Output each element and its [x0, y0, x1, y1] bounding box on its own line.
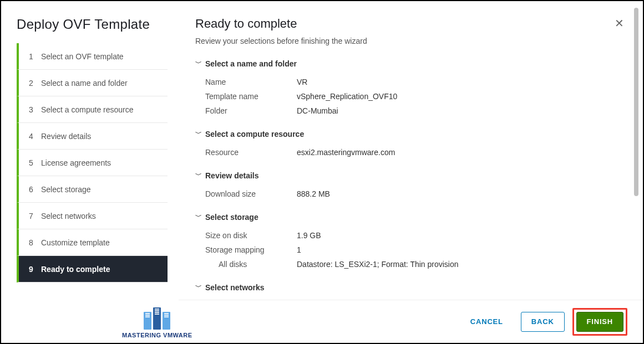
row-label: Folder — [205, 106, 297, 115]
row-label: Download size — [205, 189, 297, 198]
section-title: Select a compute resource — [205, 130, 304, 138]
row-label: Size on disk — [205, 231, 297, 240]
close-button[interactable]: ✕ — [615, 18, 624, 29]
step-networks[interactable]: 7 Select networks — [17, 203, 168, 229]
step-number: 8 — [29, 238, 41, 247]
section-title: Select networks — [205, 283, 265, 292]
row-value: 1 — [297, 245, 301, 254]
chevron-down-icon: ﹀ — [195, 212, 203, 222]
section-title: Select a name and folder — [205, 59, 297, 68]
row-value: 1.9 GB — [297, 231, 321, 240]
finish-highlight: FINISH — [572, 308, 627, 336]
step-storage[interactable]: 6 Select storage — [17, 176, 168, 203]
scrollbar-thumb[interactable] — [634, 8, 638, 196]
section-compute: ﹀ Select a compute resource Resource esx… — [195, 129, 610, 160]
section-title: Review details — [205, 171, 259, 180]
wizard-steps: 1 Select an OVF template 2 Select a name… — [1, 43, 179, 283]
step-number: 5 — [29, 158, 41, 167]
row-value: 888.2 MB — [297, 189, 330, 198]
step-name-folder[interactable]: 2 Select a name and folder — [17, 70, 168, 96]
row-value: Datastore: LS_ESXi2-1; Format: Thin prov… — [297, 260, 459, 269]
row-value: esxi2.masteringvmware.com — [297, 148, 395, 157]
step-label: Customize template — [41, 238, 110, 247]
finish-button[interactable]: FINISH — [576, 312, 623, 332]
scrollbar[interactable] — [634, 8, 638, 294]
row-name: Name VR — [195, 75, 610, 89]
section-header[interactable]: ﹀ Select networks — [195, 283, 610, 292]
row-folder: Folder DC-Mumbai — [195, 104, 610, 118]
step-ready-complete[interactable]: 9 Ready to complete — [17, 256, 168, 283]
chevron-down-icon: ﹀ — [195, 129, 203, 138]
wizard-content: ✕ Ready to complete Review your selectio… — [179, 1, 643, 343]
page-subtitle: Review your selections before finishing … — [195, 37, 610, 45]
chevron-down-icon: ﹀ — [195, 171, 203, 180]
back-button[interactable]: BACK — [521, 312, 565, 332]
wizard-modal: Deploy OVF Template 1 Select an OVF temp… — [0, 0, 644, 344]
step-number: 7 — [29, 212, 41, 220]
section-header[interactable]: ﹀ Select storage — [195, 212, 610, 222]
server-rack-icon — [144, 307, 170, 330]
step-label: License agreements — [41, 158, 111, 167]
step-number: 1 — [29, 52, 41, 61]
step-license[interactable]: 5 License agreements — [17, 150, 168, 176]
row-value: DC-Mumbai — [297, 106, 338, 115]
section-title: Select storage — [205, 213, 258, 222]
row-all-disks: All disks Datastore: LS_ESXi2-1; Format:… — [195, 257, 610, 271]
step-label: Ready to complete — [41, 265, 110, 274]
step-label: Review details — [41, 132, 91, 141]
page-title: Ready to complete — [195, 17, 610, 31]
section-header[interactable]: ﹀ Review details — [195, 171, 610, 180]
cancel-button[interactable]: CANCEL — [460, 312, 513, 332]
watermark-text: MASTERING VMWARE — [122, 332, 192, 338]
row-resource: Resource esxi2.masteringvmware.com — [195, 145, 610, 160]
row-label: All disks — [205, 260, 297, 269]
row-value: vSphere_Replication_OVF10 — [297, 92, 397, 101]
watermark: MASTERING VMWARE — [122, 307, 192, 338]
row-storage-mapping: Storage mapping 1 — [195, 243, 610, 257]
step-review-details[interactable]: 4 Review details — [17, 123, 168, 150]
step-label: Select a name and folder — [41, 79, 128, 88]
step-customize[interactable]: 8 Customize template — [17, 229, 168, 256]
row-label: Name — [205, 78, 297, 86]
wizard-title: Deploy OVF Template — [1, 17, 179, 43]
wizard-footer: CANCEL BACK FINISH — [179, 300, 643, 343]
step-number: 4 — [29, 132, 41, 141]
step-number: 3 — [29, 105, 41, 114]
step-label: Select a compute resource — [41, 105, 134, 114]
row-size-on-disk: Size on disk 1.9 GB — [195, 228, 610, 243]
chevron-down-icon: ﹀ — [195, 59, 203, 68]
step-number: 9 — [29, 265, 41, 274]
section-name-folder: ﹀ Select a name and folder Name VR Templ… — [195, 59, 610, 118]
section-header[interactable]: ﹀ Select a compute resource — [195, 129, 610, 138]
step-label: Select an OVF template — [41, 52, 124, 61]
row-label: Storage mapping — [205, 245, 297, 254]
step-label: Select storage — [41, 185, 91, 194]
row-label: Resource — [205, 148, 297, 157]
step-select-ovf[interactable]: 1 Select an OVF template — [17, 43, 168, 70]
chevron-down-icon: ﹀ — [195, 283, 203, 292]
section-networks: ﹀ Select networks — [195, 283, 610, 292]
row-download-size: Download size 888.2 MB — [195, 187, 610, 201]
wizard-sidebar: Deploy OVF Template 1 Select an OVF temp… — [1, 1, 179, 343]
section-review: ﹀ Review details Download size 888.2 MB — [195, 171, 610, 201]
step-compute-resource[interactable]: 3 Select a compute resource — [17, 96, 168, 123]
section-storage: ﹀ Select storage Size on disk 1.9 GB Sto… — [195, 212, 610, 271]
row-value: VR — [297, 78, 307, 86]
row-template: Template name vSphere_Replication_OVF10 — [195, 89, 610, 104]
step-number: 2 — [29, 79, 41, 88]
step-number: 6 — [29, 185, 41, 194]
section-header[interactable]: ﹀ Select a name and folder — [195, 59, 610, 68]
row-label: Template name — [205, 92, 297, 101]
step-label: Select networks — [41, 212, 96, 220]
